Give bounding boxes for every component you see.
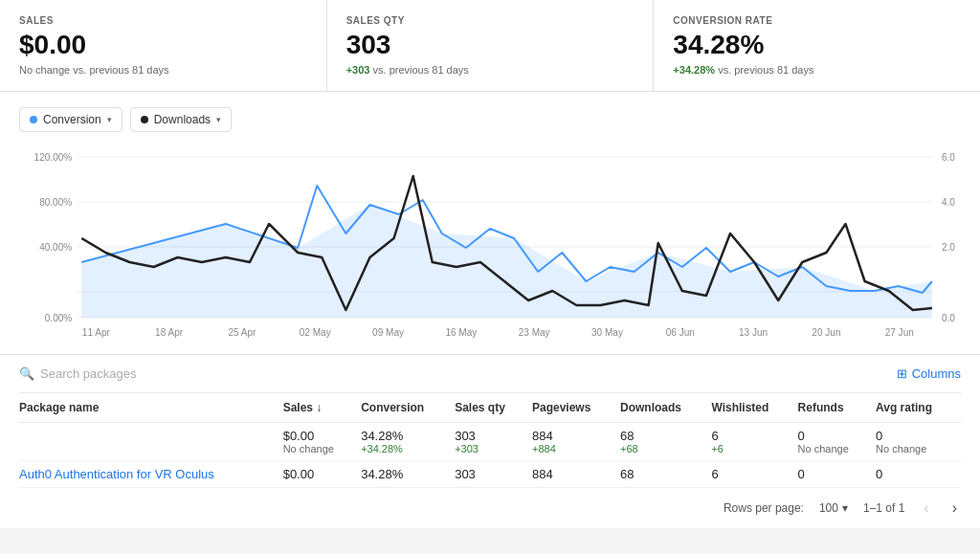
svg-text:0.0: 0.0	[942, 313, 955, 323]
col-conversion: Conversion	[361, 393, 455, 423]
svg-text:06 Jun: 06 Jun	[666, 327, 695, 338]
columns-icon: ⊞	[897, 366, 907, 381]
conversion-filter-btn[interactable]: Conversion ▾	[19, 107, 122, 132]
prev-page-button[interactable]: ‹	[920, 498, 932, 519]
summary-name	[19, 423, 283, 461]
svg-text:120.00%: 120.00%	[34, 152, 73, 163]
metric-sales: SALES $0.00 No change vs. previous 81 da…	[0, 0, 327, 91]
metric-sales-sub: No change vs. previous 81 days	[19, 64, 307, 76]
rows-per-page-select[interactable]: 100 ▾	[819, 501, 848, 515]
svg-text:13 Jun: 13 Jun	[739, 327, 768, 338]
row-downloads: 68	[620, 461, 711, 488]
svg-text:27 Jun: 27 Jun	[885, 327, 914, 338]
svg-text:09 May: 09 May	[372, 327, 404, 338]
pagination-row: Rows per page: 100 ▾ 1–1 of 1 ‹ ›	[19, 488, 961, 528]
svg-text:23 May: 23 May	[519, 327, 550, 338]
package-link[interactable]: Auth0 Authentication for VR Oculus	[19, 467, 214, 481]
metrics-bar: SALES $0.00 No change vs. previous 81 da…	[0, 0, 980, 92]
columns-button[interactable]: ⊞ Columns	[897, 366, 961, 381]
table-section: 🔍 Search packages ⊞ Columns Package name…	[0, 355, 980, 528]
search-row: 🔍 Search packages ⊞ Columns	[19, 355, 961, 393]
row-avg-rating: 0	[876, 461, 961, 488]
chart-section: Conversion ▾ Downloads ▾ 120.00% 80.00% …	[0, 92, 980, 355]
svg-text:02 May: 02 May	[300, 327, 331, 338]
svg-text:11 Apr: 11 Apr	[82, 327, 111, 338]
col-package-name: Package name	[19, 393, 283, 423]
next-page-button[interactable]: ›	[948, 498, 961, 519]
summary-downloads: 68 +68	[620, 423, 711, 461]
row-wishlisted: 6	[711, 461, 797, 488]
svg-text:2.0: 2.0	[942, 242, 955, 253]
summary-sales: $0.00 No change	[283, 423, 362, 461]
col-sales-qty: Sales qty	[455, 393, 532, 423]
rows-per-page-label: Rows per page:	[724, 501, 804, 515]
col-downloads: Downloads	[620, 393, 711, 423]
table-body: $0.00 No change 34.28% +34.28% 303 +303 …	[19, 423, 961, 488]
row-pageviews: 884	[532, 461, 620, 488]
row-name: Auth0 Authentication for VR Oculus	[19, 461, 283, 488]
conversion-chevron: ▾	[107, 115, 112, 124]
rows-per-page-value: 100	[819, 501, 838, 515]
columns-label: Columns	[912, 366, 961, 381]
metric-sales-label: SALES	[19, 15, 307, 26]
svg-text:20 Jun: 20 Jun	[812, 327, 840, 338]
metric-conversion-rate: CONVERSION RATE 34.28% +34.28% vs. previ…	[654, 0, 980, 91]
downloads-chevron: ▾	[216, 115, 221, 124]
col-wishlisted: Wishlisted	[711, 393, 797, 423]
summary-row: $0.00 No change 34.28% +34.28% 303 +303 …	[19, 423, 961, 461]
downloads-label: Downloads	[154, 113, 211, 126]
page-info: 1–1 of 1	[863, 501, 904, 515]
row-sales-qty: 303	[455, 461, 532, 488]
chart-svg: 120.00% 80.00% 40.00% 0.00% 6.0 4.0 2.0 …	[19, 147, 961, 339]
svg-text:18 Apr: 18 Apr	[155, 327, 184, 338]
summary-refunds: 0 No change	[798, 423, 877, 461]
table-header: Package name Sales ↓ Conversion Sales qt…	[19, 393, 961, 423]
svg-text:0.00%: 0.00%	[45, 313, 73, 323]
svg-text:80.00%: 80.00%	[39, 197, 72, 208]
filter-row: Conversion ▾ Downloads ▾	[19, 107, 961, 132]
summary-wishlisted: 6 +6	[711, 423, 797, 461]
col-refunds: Refunds	[798, 393, 877, 423]
data-table: Package name Sales ↓ Conversion Sales qt…	[19, 393, 961, 488]
search-icon: 🔍	[19, 366, 34, 381]
downloads-dot	[141, 116, 148, 123]
downloads-filter-btn[interactable]: Downloads ▾	[130, 107, 232, 132]
row-conversion: 34.28%	[361, 461, 455, 488]
metric-qty-label: SALES QTY	[346, 15, 635, 26]
svg-text:25 Apr: 25 Apr	[228, 327, 256, 338]
col-sales: Sales ↓	[283, 393, 362, 423]
svg-text:40.00%: 40.00%	[39, 242, 72, 253]
svg-text:30 May: 30 May	[591, 327, 623, 338]
chart-area: 120.00% 80.00% 40.00% 0.00% 6.0 4.0 2.0 …	[19, 147, 961, 339]
search-box[interactable]: 🔍 Search packages	[19, 366, 136, 381]
metric-conv-sub: +34.28% vs. previous 81 days	[673, 64, 961, 76]
search-placeholder: Search packages	[40, 366, 136, 381]
conversion-dot	[30, 116, 37, 123]
conversion-label: Conversion	[43, 113, 101, 126]
metric-sales-qty: SALES QTY 303 +303 vs. previous 81 days	[327, 0, 655, 91]
metric-sales-value: $0.00	[19, 30, 307, 60]
rows-per-page-chevron: ▾	[842, 501, 848, 515]
table-row: Auth0 Authentication for VR Oculus $0.00…	[19, 461, 961, 488]
row-refunds: 0	[798, 461, 877, 488]
col-pageviews: Pageviews	[532, 393, 620, 423]
summary-avg-rating: 0 No change	[876, 423, 961, 461]
metric-qty-sub: +303 vs. previous 81 days	[346, 64, 635, 76]
svg-text:16 May: 16 May	[445, 327, 477, 338]
summary-conversion: 34.28% +34.28%	[361, 423, 455, 461]
svg-text:6.0: 6.0	[942, 152, 955, 163]
summary-sales-qty: 303 +303	[455, 423, 532, 461]
svg-text:4.0: 4.0	[942, 197, 955, 208]
metric-qty-value: 303	[346, 30, 635, 60]
metric-conv-value: 34.28%	[673, 30, 961, 60]
row-sales: $0.00	[283, 461, 362, 488]
summary-pageviews: 884 +884	[532, 423, 620, 461]
col-avg-rating: Avg rating	[876, 393, 961, 423]
metric-conv-label: CONVERSION RATE	[673, 15, 961, 26]
